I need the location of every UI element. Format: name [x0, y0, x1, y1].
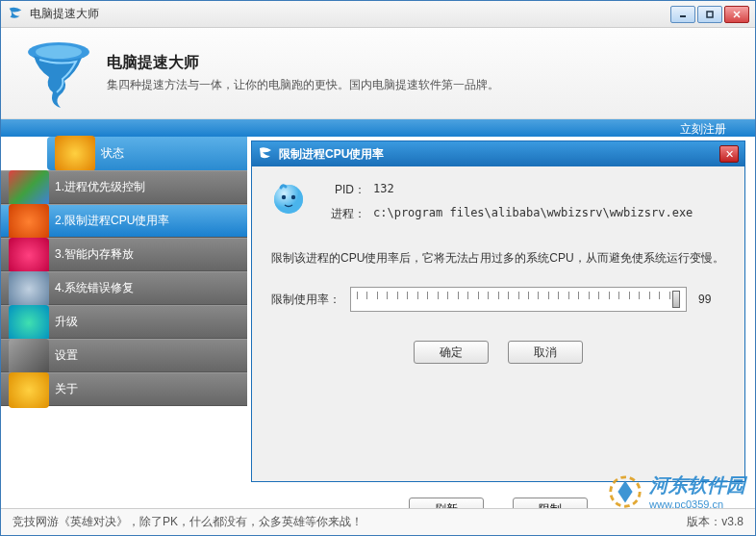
ok-button[interactable]: 确定 [414, 341, 489, 364]
sidebar-item-label: 1.进程优先级控制 [55, 179, 145, 195]
sidebar-item-label: 4.系统错误修复 [55, 280, 134, 296]
memory-icon [9, 238, 49, 273]
cpu-limit-dialog: 限制进程CPU使用率 ✕ [251, 140, 745, 482]
sidebar-item-repair[interactable]: 4.系统错误修复 [1, 271, 247, 305]
sidebar-item-label: 3.智能内存释放 [55, 246, 134, 263]
minimize-button[interactable] [670, 6, 695, 23]
main-area: 状态 1.进程优先级控制 2.限制进程CPU使用率 3.智能内存释放 4.系统错… [1, 137, 755, 502]
sidebar-item-status[interactable]: 状态 [47, 137, 247, 170]
content-panel: 限制进程CPU使用率 ✕ [247, 137, 755, 502]
dialog-titlebar: 限制进程CPU使用率 ✕ [252, 141, 744, 166]
svg-point-7 [274, 185, 303, 214]
sidebar-item-cpu-limit[interactable]: 2.限制进程CPU使用率 [1, 204, 247, 238]
maximize-button[interactable] [697, 6, 722, 23]
tornado-icon [20, 35, 97, 112]
slider-label: 限制使用率： [271, 292, 340, 308]
sidebar-item-label: 关于 [55, 381, 78, 397]
repair-icon [9, 271, 49, 307]
dialog-icon [258, 146, 273, 162]
window-title: 电脑提速大师 [30, 6, 670, 22]
svg-point-8 [282, 195, 286, 199]
upgrade-icon [9, 305, 49, 341]
slider-value: 99 [698, 293, 725, 306]
svg-point-9 [291, 195, 295, 199]
footer: 竞技网游《英雄对决》，除了PK，什么都没有，众多英雄等你来战！ 版本：v3.8 [1, 508, 755, 535]
cpu-limit-slider[interactable] [350, 287, 687, 312]
svg-rect-1 [707, 12, 713, 17]
app-title: 电脑提速大师 [107, 53, 499, 73]
version-label: 版本：v3.8 [687, 514, 743, 530]
sidebar-item-upgrade[interactable]: 升级 [1, 305, 247, 339]
titlebar: 电脑提速大师 [1, 1, 755, 28]
sidebar-item-label: 设置 [55, 347, 78, 364]
svg-point-5 [36, 45, 82, 59]
close-button[interactable] [724, 6, 749, 23]
dialog-close-button[interactable]: ✕ [719, 145, 739, 163]
status-icon [55, 136, 95, 171]
sidebar: 状态 1.进程优先级控制 2.限制进程CPU使用率 3.智能内存释放 4.系统错… [1, 137, 247, 502]
app-subtitle: 集四种提速方法与一体，让你的电脑跑的更快。国内电脑提速软件第一品牌。 [107, 77, 499, 93]
about-icon [9, 372, 49, 408]
process-path: c:\program files\alibaba\wwbizsrv\wwbizs… [373, 206, 693, 222]
banner: 立刻注册 [1, 119, 755, 137]
sidebar-item-about[interactable]: 关于 [1, 372, 247, 406]
sidebar-item-priority[interactable]: 1.进程优先级控制 [1, 170, 247, 204]
priority-icon [9, 170, 49, 206]
app-logo-icon [7, 6, 24, 23]
mascot-icon [271, 182, 306, 217]
header: 电脑提速大师 集四种提速方法与一体，让你的电脑跑的更快。国内电脑提速软件第一品牌… [1, 28, 755, 119]
cpu-icon [9, 204, 49, 240]
sidebar-item-settings[interactable]: 设置 [1, 339, 247, 372]
dialog-title: 限制进程CPU使用率 [279, 146, 719, 163]
footer-text: 竞技网游《英雄对决》，除了PK，什么都没有，众多英雄等你来战！ [13, 514, 363, 530]
sidebar-item-memory[interactable]: 3.智能内存释放 [1, 238, 247, 271]
sidebar-item-label: 2.限制进程CPU使用率 [55, 213, 169, 229]
pid-value: 132 [373, 182, 394, 198]
register-link[interactable]: 立刻注册 [680, 121, 726, 138]
process-label: 进程： [319, 206, 365, 222]
cancel-button[interactable]: 取消 [508, 341, 583, 364]
pid-label: PID： [319, 182, 365, 198]
sidebar-item-label: 状态 [101, 145, 124, 162]
slider-thumb[interactable] [672, 291, 680, 308]
dialog-description: 限制该进程的CPU使用率后，它将无法占用过多的系统CPU，从而避免使系统运行变慢… [271, 249, 725, 268]
app-window: 电脑提速大师 电脑提速大师 集四种提速方法与一体，让你的电脑跑的更快。国内电脑提… [0, 0, 756, 536]
settings-icon [9, 339, 49, 374]
sidebar-item-label: 升级 [55, 314, 78, 330]
